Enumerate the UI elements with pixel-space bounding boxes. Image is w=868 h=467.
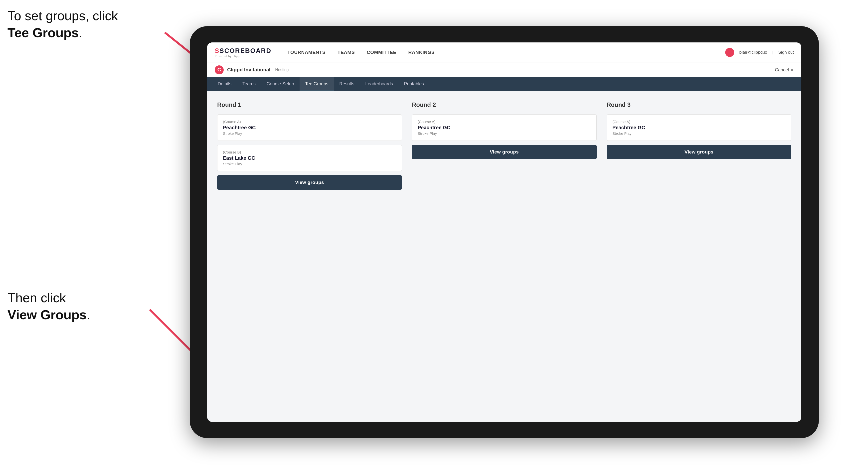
round-3-view-groups-button[interactable]: View groups — [607, 145, 792, 159]
rounds-container: Round 1 (Course A) Peachtree GC Stroke P… — [217, 101, 792, 190]
nav-tournaments[interactable]: TOURNAMENTS — [281, 42, 332, 62]
round-3-course-a-format: Stroke Play — [612, 131, 786, 135]
tab-printables[interactable]: Printables — [398, 77, 429, 91]
logo-sub: Powered by clippit — [215, 55, 271, 58]
instruction-top: To set groups, click Tee Groups. — [7, 7, 118, 41]
round-2-course-a-format: Stroke Play — [417, 131, 591, 135]
main-content: Round 1 (Course A) Peachtree GC Stroke P… — [207, 91, 801, 422]
tablet-screen: SSCOREBOARD Powered by clippit TOURNAMEN… — [207, 42, 801, 422]
round-2-column: Round 2 (Course A) Peachtree GC Stroke P… — [412, 101, 597, 190]
breadcrumb-title: Clippd Invitational — [227, 67, 270, 73]
round-2-course-a-name: Peachtree GC — [417, 125, 591, 130]
tab-teams[interactable]: Teams — [237, 77, 261, 91]
nav-rankings[interactable]: RANKINGS — [402, 42, 441, 62]
round-1-course-a-format: Stroke Play — [223, 131, 396, 135]
round-2-view-groups-button[interactable]: View groups — [412, 145, 597, 159]
round-3-column: Round 3 (Course A) Peachtree GC Stroke P… — [607, 101, 792, 190]
nav-right: blair@clippd.io | Sign out — [725, 48, 794, 57]
nav-avatar — [725, 48, 734, 57]
logo-text: SSCOREBOARD — [215, 47, 271, 55]
top-nav: SSCOREBOARD Powered by clippit TOURNAMEN… — [207, 42, 801, 62]
round-1-course-a-name: Peachtree GC — [223, 125, 396, 130]
round-1-view-groups-button[interactable]: View groups — [217, 175, 402, 190]
round-1-course-b-label: (Course B) — [223, 150, 396, 154]
round-3-title: Round 3 — [607, 101, 792, 108]
round-2-course-a-label: (Course A) — [417, 120, 591, 124]
round-1-column: Round 1 (Course A) Peachtree GC Stroke P… — [217, 101, 402, 190]
tab-results[interactable]: Results — [334, 77, 360, 91]
logo-full: SCOREBOARD — [219, 47, 271, 54]
instruction-top-line1: To set groups, click — [7, 8, 118, 23]
round-2-course-a-card: (Course A) Peachtree GC Stroke Play — [412, 114, 597, 141]
round-1-course-b-card: (Course B) East Lake GC Stroke Play — [217, 145, 402, 171]
round-3-course-a-name: Peachtree GC — [612, 125, 786, 130]
round-3-course-a-card: (Course A) Peachtree GC Stroke Play — [607, 114, 792, 141]
tab-course-setup[interactable]: Course Setup — [261, 77, 300, 91]
breadcrumb-logo: C — [215, 65, 224, 74]
cancel-button[interactable]: Cancel ✕ — [775, 67, 794, 73]
instruction-bottom-bold: View Groups — [7, 308, 87, 322]
sign-out-link[interactable]: Sign out — [778, 50, 794, 55]
round-1-course-a-card: (Course A) Peachtree GC Stroke Play — [217, 114, 402, 141]
instruction-top-bold: Tee Groups — [7, 26, 79, 40]
nav-email: blair@clippd.io — [739, 50, 767, 55]
instruction-top-period: . — [79, 26, 82, 40]
tablet-device: SSCOREBOARD Powered by clippit TOURNAMEN… — [190, 26, 819, 438]
logo-c: S — [215, 47, 219, 54]
round-1-course-a-label: (Course A) — [223, 120, 396, 124]
tab-details[interactable]: Details — [212, 77, 237, 91]
nav-teams[interactable]: TEAMS — [332, 42, 361, 62]
tab-leaderboards[interactable]: Leaderboards — [360, 77, 398, 91]
logo-area: SSCOREBOARD Powered by clippit — [215, 47, 271, 58]
instruction-bottom-period: . — [87, 308, 90, 322]
instruction-bottom-line1: Then click — [7, 290, 66, 305]
nav-items: TOURNAMENTS TEAMS COMMITTEE RANKINGS — [281, 42, 725, 62]
breadcrumb-subtitle: · Hosting — [273, 68, 288, 72]
nav-committee[interactable]: COMMITTEE — [361, 42, 402, 62]
sub-nav: Details Teams Course Setup Tee Groups Re… — [207, 77, 801, 91]
round-1-course-b-format: Stroke Play — [223, 162, 396, 166]
round-1-title: Round 1 — [217, 101, 402, 108]
breadcrumb-bar: C Clippd Invitational · Hosting Cancel ✕ — [207, 62, 801, 77]
instruction-bottom: Then click View Groups. — [7, 289, 90, 323]
round-1-course-b-name: East Lake GC — [223, 155, 396, 161]
nav-separator: | — [772, 50, 773, 55]
round-3-course-a-label: (Course A) — [612, 120, 786, 124]
tab-tee-groups[interactable]: Tee Groups — [300, 77, 334, 91]
round-2-title: Round 2 — [412, 101, 597, 108]
